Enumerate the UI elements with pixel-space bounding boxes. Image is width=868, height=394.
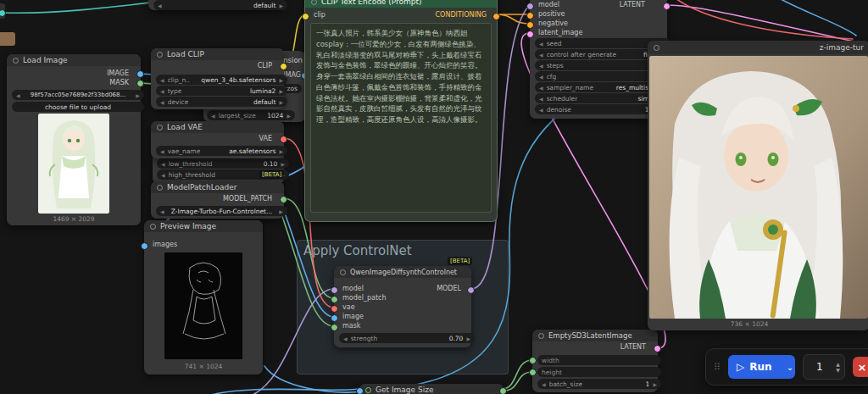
- clip-name-widget[interactable]: ◀ clip_n.. qwen_3_4b.safetensors ▶: [156, 75, 287, 85]
- decrement-arrow-icon[interactable]: ◀: [539, 85, 543, 91]
- decrement-arrow-icon[interactable]: ◀: [160, 99, 164, 105]
- low-threshold-widget[interactable]: ◀ low_threshold 0.10 ▶: [157, 158, 289, 169]
- vae-name-widget[interactable]: ◀ vae_name ae.safetensors ▶: [156, 146, 287, 156]
- queue-count-value[interactable]: 1: [804, 361, 837, 373]
- node-header[interactable]: Load VAE: [151, 121, 284, 133]
- node-editor-canvas[interactable]: Apply ControlNet [BETA] ◀ default ▶: [0, 0, 868, 394]
- collapse-toggle[interactable]: [365, 387, 371, 393]
- cancel-button[interactable]: ×: [853, 357, 868, 377]
- collapse-toggle[interactable]: [340, 269, 346, 275]
- collapse-toggle[interactable]: [538, 333, 544, 339]
- decrement-arrow-icon[interactable]: ◀: [161, 172, 165, 178]
- clip-input-port[interactable]: [302, 13, 309, 20]
- collapse-toggle[interactable]: [13, 58, 19, 64]
- decrement-arrow-icon[interactable]: ◀: [539, 52, 543, 58]
- width-input-port[interactable]: [529, 357, 537, 364]
- size-output-port[interactable]: [499, 387, 507, 394]
- model-patch-output-port[interactable]: [280, 196, 287, 203]
- model-input-port[interactable]: [526, 3, 534, 10]
- decrement-arrow-icon[interactable]: ◀: [160, 208, 164, 214]
- latent-image-input-port[interactable]: [526, 31, 534, 38]
- height-input-port[interactable]: [529, 369, 537, 376]
- decrement-arrow-icon[interactable]: ◀: [161, 161, 165, 167]
- node-header[interactable]: ModelPatchLoader: [151, 181, 284, 193]
- increment-arrow-icon[interactable]: ▶: [653, 381, 657, 387]
- collapse-toggle[interactable]: [150, 224, 156, 230]
- vae-output-port[interactable]: [280, 136, 287, 143]
- height-widget[interactable]: height: [537, 367, 661, 377]
- images-input-port[interactable]: [141, 242, 148, 250]
- decrement-arrow-icon[interactable]: ◀: [539, 96, 543, 102]
- decrement-icon[interactable]: ▼: [836, 367, 840, 373]
- drag-handle-icon[interactable]: ⠿: [714, 363, 721, 372]
- clip-type-widget[interactable]: ◀ type lumina2 ▶: [156, 86, 287, 96]
- collapse-toggle[interactable]: [654, 45, 659, 51]
- increment-arrow-icon[interactable]: ▶: [287, 113, 291, 119]
- collapse-toggle[interactable]: [157, 52, 163, 58]
- batch-size-widget[interactable]: ◀ batch_size 1 ▶: [537, 379, 661, 389]
- partial-top-widget[interactable]: ◀ default ▶: [153, 0, 287, 10]
- increment-arrow-icon[interactable]: ▶: [279, 77, 283, 83]
- node-header[interactable]: z-image-tur: [648, 41, 868, 54]
- model-input-port[interactable]: [331, 286, 338, 294]
- decrement-arrow-icon[interactable]: ◀: [160, 148, 164, 154]
- node-header[interactable]: EmptySD3LatentImage: [532, 330, 658, 341]
- node-header[interactable]: Preview Image: [144, 220, 263, 232]
- decrement-arrow-icon[interactable]: ◀: [16, 92, 20, 98]
- queue-count-stepper[interactable]: 1 ▲ ▼: [803, 354, 845, 380]
- decrement-arrow-icon[interactable]: ◀: [343, 336, 348, 341]
- increment-arrow-icon[interactable]: ▶: [136, 92, 140, 98]
- decrement-arrow-icon[interactable]: ◀: [539, 63, 543, 69]
- increment-icon[interactable]: ▲: [836, 361, 840, 367]
- increment-arrow-icon[interactable]: ▶: [279, 88, 283, 94]
- collapse-toggle[interactable]: [157, 185, 163, 191]
- conditioning-output-port[interactable]: [492, 13, 500, 20]
- largest-size-widget[interactable]: ◀ largest_size 1024 ▶: [207, 110, 295, 120]
- strength-widget[interactable]: ◀ strength 0.70 ▶: [339, 333, 475, 343]
- node-header[interactable]: Load Image: [7, 54, 141, 66]
- vae-input-port[interactable]: [331, 305, 338, 313]
- run-button[interactable]: ▷ Run ⌄: [728, 355, 795, 379]
- node-header[interactable]: Load CLIP: [151, 48, 284, 60]
- patch-model-widget[interactable]: ◀ Z-Image-Turbo-Fun-Controlnet... ▶: [156, 206, 287, 216]
- decrement-arrow-icon[interactable]: ◀: [160, 77, 164, 83]
- model-patch-input-port[interactable]: [331, 296, 338, 303]
- decrement-arrow-icon[interactable]: ◀: [211, 113, 215, 119]
- increment-arrow-icon[interactable]: ▶: [279, 148, 283, 154]
- width-widget[interactable]: width: [537, 355, 661, 365]
- mask-output-port[interactable]: [136, 80, 144, 87]
- positive-input-port[interactable]: [526, 12, 534, 19]
- prompt-textarea[interactable]: 一张真人照片，韩系美少女（原神角色）纳西妲cosplay：一位可爱的少女，白发有…: [310, 23, 492, 213]
- image-input-port[interactable]: [331, 314, 338, 322]
- chevron-down-icon[interactable]: ⌄: [781, 363, 795, 372]
- increment-arrow-icon[interactable]: ▶: [279, 99, 283, 105]
- upload-button[interactable]: choose file to upload: [12, 102, 144, 112]
- clip-device-widget[interactable]: ◀ device default ▶: [156, 97, 287, 107]
- mask-input-port[interactable]: [331, 324, 338, 331]
- increment-arrow-icon[interactable]: ▶: [279, 3, 283, 8]
- decrement-arrow-icon[interactable]: ◀: [539, 107, 543, 113]
- collapse-toggle[interactable]: [311, 0, 317, 5]
- decrement-arrow-icon[interactable]: ◀: [160, 88, 164, 94]
- image-filename-widget[interactable]: ◀ 98f57acc05e7689e2f33bd068... ▶: [12, 90, 144, 100]
- decrement-arrow-icon[interactable]: ◀: [539, 74, 543, 80]
- increment-arrow-icon[interactable]: ▶: [466, 336, 470, 341]
- clip-output-port[interactable]: [280, 63, 287, 70]
- image-input-port[interactable]: [356, 387, 364, 394]
- decrement-arrow-icon[interactable]: ◀: [158, 3, 162, 8]
- collapse-toggle[interactable]: [157, 125, 163, 130]
- model-output-port[interactable]: [467, 286, 475, 294]
- decrement-arrow-icon[interactable]: ◀: [542, 381, 546, 387]
- node-header[interactable]: QwenImageDiffsynthControlnet: [334, 266, 471, 278]
- node-title: ModelPatchLoader: [167, 183, 237, 191]
- decrement-arrow-icon[interactable]: ◀: [539, 41, 543, 47]
- increment-arrow-icon[interactable]: ▶: [281, 161, 285, 167]
- node-header[interactable]: Get Image Size: [359, 384, 504, 394]
- wire-image-topright: [773, 0, 856, 36]
- node-header[interactable]: CLIP Text Encode (Prompt): [305, 0, 497, 8]
- negative-input-port[interactable]: [526, 21, 534, 29]
- increment-arrow-icon[interactable]: ▶: [279, 208, 283, 214]
- image-output-port[interactable]: [136, 70, 144, 78]
- latent-output-port[interactable]: [654, 345, 661, 352]
- latent-output-port[interactable]: [663, 3, 670, 10]
